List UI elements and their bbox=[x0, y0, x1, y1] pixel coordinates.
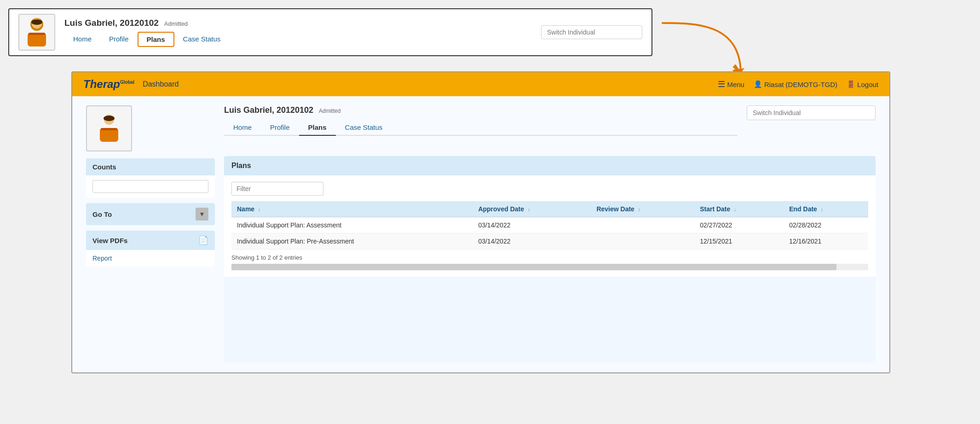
cell-review bbox=[591, 217, 694, 233]
switch-individual-input[interactable] bbox=[747, 105, 876, 120]
col-approved-date[interactable]: Approved Date ↕ bbox=[473, 201, 591, 217]
pdf-icon: 📄 bbox=[198, 235, 208, 245]
menu-icon: ☰ bbox=[718, 79, 725, 89]
content-area: Counts Go To ▼ View PDFs 📄 bbox=[72, 96, 889, 372]
cell-approved: 03/14/2022 bbox=[473, 233, 591, 250]
plans-section: Plans Name ↕ Approved Date bbox=[224, 156, 876, 363]
view-pdfs-header: View PDFs 📄 bbox=[86, 231, 215, 250]
top-preview-tabs: Home Profile Plans Case Status bbox=[64, 32, 532, 47]
cell-start: 12/15/2021 bbox=[694, 233, 784, 250]
table-row: Individual Support Plan: Pre-Assessment … bbox=[231, 233, 868, 250]
cell-review bbox=[591, 233, 694, 250]
user-info[interactable]: 👤 Riasat (DEMOTG-TGD) bbox=[754, 80, 837, 88]
tab-profile[interactable]: Profile bbox=[261, 120, 299, 136]
tab-plans[interactable]: Plans bbox=[299, 120, 336, 136]
individual-header: Luis Gabriel, 20120102 Admitted Home Pro… bbox=[224, 105, 738, 136]
admitted-badge: Admitted bbox=[319, 108, 340, 114]
top-preview-avatar bbox=[18, 14, 55, 51]
top-preview-switch-input[interactable] bbox=[541, 25, 642, 39]
svg-point-7 bbox=[104, 116, 115, 121]
table-row: Individual Support Plan: Assessment 03/1… bbox=[231, 217, 868, 233]
col-start-date[interactable]: Start Date ↓ bbox=[694, 201, 784, 217]
col-name[interactable]: Name ↕ bbox=[231, 201, 473, 217]
plans-section-header: Plans bbox=[224, 156, 876, 175]
cell-start: 02/27/2022 bbox=[694, 217, 784, 233]
col-end-date[interactable]: End Date ↕ bbox=[784, 201, 868, 217]
svg-point-3 bbox=[31, 19, 42, 25]
tab-casestatus[interactable]: Case Status bbox=[336, 120, 392, 136]
logout-icon: 🚪 bbox=[847, 80, 855, 88]
svg-rect-4 bbox=[29, 33, 45, 35]
showing-text: Showing 1 to 2 of 2 entries bbox=[231, 254, 868, 261]
goto-chevron[interactable]: ▼ bbox=[196, 208, 208, 221]
main-tabs: Home Profile Plans Case Status bbox=[224, 120, 738, 136]
main-content: Luis Gabriel, 20120102 Admitted Home Pro… bbox=[224, 105, 876, 363]
switch-individual-area bbox=[747, 105, 876, 120]
goto-widget: Go To ▼ bbox=[86, 203, 215, 225]
individual-info-row: Luis Gabriel, 20120102 Admitted Home Pro… bbox=[224, 105, 876, 140]
chevron-down-icon: ▼ bbox=[199, 210, 205, 218]
sort-name-icon: ↕ bbox=[258, 207, 260, 212]
top-preview-header: Luis Gabriel, 20120102 Admitted Home Pro… bbox=[64, 18, 532, 47]
view-pdfs-widget: View PDFs 📄 Report bbox=[86, 231, 215, 267]
profile-avatar bbox=[86, 105, 132, 151]
top-preview-tab-plans[interactable]: Plans bbox=[138, 32, 174, 47]
tab-home[interactable]: Home bbox=[224, 120, 261, 136]
top-preview-tab-home[interactable]: Home bbox=[64, 32, 100, 47]
profile-section: Counts Go To ▼ View PDFs 📄 bbox=[86, 105, 215, 363]
top-preview-tab-casestatus[interactable]: Case Status bbox=[174, 32, 230, 47]
cell-name: Individual Support Plan: Assessment bbox=[231, 217, 473, 233]
plans-table: Name ↕ Approved Date ↕ Review Date ↕ bbox=[231, 201, 868, 250]
dashboard-label: Dashboard bbox=[143, 80, 179, 88]
counts-input[interactable] bbox=[92, 180, 208, 193]
logo: TherapGlobal bbox=[83, 78, 134, 91]
main-app: TherapGlobal Dashboard ☰ Menu 👤 Riasat (… bbox=[71, 71, 890, 373]
logo-area: TherapGlobal Dashboard bbox=[83, 78, 179, 91]
cell-name: Individual Support Plan: Pre-Assessment bbox=[231, 233, 473, 250]
report-link[interactable]: Report bbox=[92, 255, 112, 262]
top-preview-name: Luis Gabriel, 20120102 Admitted bbox=[64, 18, 532, 28]
counts-body bbox=[86, 175, 215, 197]
counts-header: Counts bbox=[86, 158, 215, 175]
individual-name: Luis Gabriel, 20120102 bbox=[224, 105, 313, 115]
sort-start-icon: ↓ bbox=[734, 207, 736, 212]
col-review-date[interactable]: Review Date ↕ bbox=[591, 201, 694, 217]
app-header: TherapGlobal Dashboard ☰ Menu 👤 Riasat (… bbox=[72, 72, 889, 96]
sort-review-icon: ↕ bbox=[638, 207, 640, 212]
cell-end: 12/16/2021 bbox=[784, 233, 868, 250]
logout-button[interactable]: 🚪 Logout bbox=[847, 80, 878, 88]
plans-body: Name ↕ Approved Date ↕ Review Date ↕ bbox=[224, 175, 876, 277]
top-preview-tab-profile[interactable]: Profile bbox=[100, 32, 138, 47]
cell-end: 02/28/2022 bbox=[784, 217, 868, 233]
view-pdfs-body: Report bbox=[86, 250, 215, 267]
counts-widget: Counts bbox=[86, 158, 215, 197]
header-right: ☰ Menu 👤 Riasat (DEMOTG-TGD) 🚪 Logout bbox=[718, 79, 878, 89]
goto-header: Go To ▼ bbox=[86, 203, 215, 225]
top-preview-bar: Luis Gabriel, 20120102 Admitted Home Pro… bbox=[8, 8, 652, 56]
sort-approved-icon: ↕ bbox=[528, 207, 530, 212]
menu-button[interactable]: ☰ Menu bbox=[718, 79, 744, 89]
svg-rect-9 bbox=[101, 128, 117, 130]
scroll-thumb bbox=[231, 264, 836, 270]
scroll-bar[interactable] bbox=[231, 264, 868, 270]
filter-input[interactable] bbox=[231, 182, 323, 196]
cell-approved: 03/14/2022 bbox=[473, 217, 591, 233]
sort-end-icon: ↕ bbox=[821, 207, 823, 212]
user-icon: 👤 bbox=[754, 80, 762, 88]
